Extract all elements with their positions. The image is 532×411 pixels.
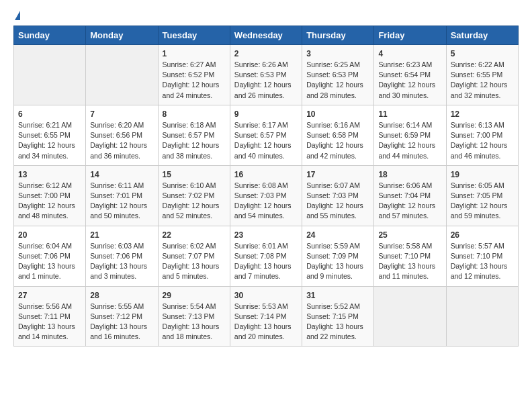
day-info: Sunrise: 5:54 AM Sunset: 7:13 PM Dayligh… — [163, 302, 226, 342]
day-number: 10 — [306, 109, 369, 119]
day-number: 19 — [451, 170, 514, 179]
day-info: Sunrise: 6:22 AM Sunset: 6:55 PM Dayligh… — [451, 60, 514, 101]
day-info: Sunrise: 5:57 AM Sunset: 7:10 PM Dayligh… — [451, 241, 514, 282]
calendar-table: SundayMondayTuesdayWednesdayThursdayFrid… — [13, 26, 519, 347]
calendar-cell: 19Sunrise: 6:05 AM Sunset: 7:05 PM Dayli… — [446, 165, 518, 226]
day-info: Sunrise: 5:56 AM Sunset: 7:11 PM Dayligh… — [18, 302, 81, 342]
day-number: 9 — [234, 109, 298, 119]
day-info: Sunrise: 6:01 AM Sunset: 7:08 PM Dayligh… — [234, 241, 298, 282]
day-info: Sunrise: 5:58 AM Sunset: 7:10 PM Dayligh… — [378, 241, 441, 282]
day-number: 24 — [306, 230, 369, 240]
day-info: Sunrise: 5:53 AM Sunset: 7:14 PM Dayligh… — [234, 302, 298, 342]
calendar-cell: 10Sunrise: 6:16 AM Sunset: 6:58 PM Dayli… — [302, 105, 374, 165]
calendar-cell: 7Sunrise: 6:20 AM Sunset: 6:56 PM Daylig… — [86, 105, 158, 165]
day-number: 5 — [451, 49, 514, 58]
calendar-week-1: 1Sunrise: 6:27 AM Sunset: 6:52 PM Daylig… — [14, 45, 519, 105]
day-number: 15 — [163, 170, 226, 179]
calendar-cell — [86, 45, 158, 105]
day-info: Sunrise: 6:14 AM Sunset: 6:59 PM Dayligh… — [378, 120, 441, 161]
calendar-cell: 13Sunrise: 6:12 AM Sunset: 7:00 PM Dayli… — [14, 165, 86, 226]
day-info: Sunrise: 6:04 AM Sunset: 7:06 PM Dayligh… — [18, 241, 81, 282]
calendar-header-row: SundayMondayTuesdayWednesdayThursdayFrid… — [14, 26, 519, 45]
calendar-cell: 31Sunrise: 5:52 AM Sunset: 7:15 PM Dayli… — [302, 286, 374, 347]
day-number: 25 — [378, 230, 441, 240]
day-number: 17 — [306, 170, 369, 179]
day-info: Sunrise: 6:16 AM Sunset: 6:58 PM Dayligh… — [306, 120, 369, 161]
calendar-cell: 22Sunrise: 6:02 AM Sunset: 7:07 PM Dayli… — [158, 226, 230, 286]
day-info: Sunrise: 6:13 AM Sunset: 7:00 PM Dayligh… — [451, 120, 514, 161]
day-info: Sunrise: 6:18 AM Sunset: 6:57 PM Dayligh… — [163, 120, 226, 161]
day-number: 7 — [90, 109, 153, 119]
calendar-cell: 28Sunrise: 5:55 AM Sunset: 7:12 PM Dayli… — [86, 286, 158, 347]
day-number: 26 — [451, 230, 514, 240]
calendar-cell: 16Sunrise: 6:08 AM Sunset: 7:03 PM Dayli… — [230, 165, 302, 226]
day-number: 21 — [90, 230, 153, 240]
day-number: 27 — [18, 291, 81, 300]
day-number: 18 — [378, 170, 441, 179]
day-info: Sunrise: 5:55 AM Sunset: 7:12 PM Dayligh… — [90, 302, 153, 342]
day-number: 28 — [90, 291, 153, 300]
day-number: 16 — [234, 170, 298, 179]
calendar-cell: 9Sunrise: 6:17 AM Sunset: 6:57 PM Daylig… — [230, 105, 302, 165]
calendar-cell: 2Sunrise: 6:26 AM Sunset: 6:53 PM Daylig… — [230, 45, 302, 105]
day-info: Sunrise: 6:06 AM Sunset: 7:04 PM Dayligh… — [378, 181, 441, 222]
calendar-cell: 23Sunrise: 6:01 AM Sunset: 7:08 PM Dayli… — [230, 226, 302, 286]
day-number: 31 — [306, 291, 369, 300]
day-number: 22 — [163, 230, 226, 240]
day-number: 11 — [378, 109, 441, 119]
calendar-cell: 17Sunrise: 6:07 AM Sunset: 7:03 PM Dayli… — [302, 165, 374, 226]
day-header-friday: Friday — [374, 26, 446, 45]
calendar-cell: 25Sunrise: 5:58 AM Sunset: 7:10 PM Dayli… — [374, 226, 446, 286]
day-info: Sunrise: 6:12 AM Sunset: 7:00 PM Dayligh… — [18, 181, 81, 222]
calendar-cell: 8Sunrise: 6:18 AM Sunset: 6:57 PM Daylig… — [158, 105, 230, 165]
logo-triangle-icon — [15, 11, 20, 20]
day-number: 8 — [163, 109, 226, 119]
calendar-cell: 15Sunrise: 6:10 AM Sunset: 7:02 PM Dayli… — [158, 165, 230, 226]
logo — [13, 11, 20, 20]
day-info: Sunrise: 6:27 AM Sunset: 6:52 PM Dayligh… — [163, 60, 226, 101]
day-info: Sunrise: 6:23 AM Sunset: 6:54 PM Dayligh… — [378, 60, 441, 101]
day-number: 13 — [18, 170, 81, 179]
calendar-cell: 24Sunrise: 5:59 AM Sunset: 7:09 PM Dayli… — [302, 226, 374, 286]
calendar-cell: 14Sunrise: 6:11 AM Sunset: 7:01 PM Dayli… — [86, 165, 158, 226]
calendar-cell: 12Sunrise: 6:13 AM Sunset: 7:00 PM Dayli… — [446, 105, 518, 165]
calendar-week-5: 27Sunrise: 5:56 AM Sunset: 7:11 PM Dayli… — [14, 286, 519, 347]
day-number: 4 — [378, 49, 441, 58]
day-number: 14 — [90, 170, 153, 179]
calendar-cell: 3Sunrise: 6:25 AM Sunset: 6:53 PM Daylig… — [302, 45, 374, 105]
calendar-cell: 6Sunrise: 6:21 AM Sunset: 6:55 PM Daylig… — [14, 105, 86, 165]
day-number: 29 — [163, 291, 226, 300]
day-header-monday: Monday — [86, 26, 158, 45]
day-info: Sunrise: 6:25 AM Sunset: 6:53 PM Dayligh… — [306, 60, 369, 101]
day-info: Sunrise: 6:07 AM Sunset: 7:03 PM Dayligh… — [306, 181, 369, 222]
calendar-cell: 4Sunrise: 6:23 AM Sunset: 6:54 PM Daylig… — [374, 45, 446, 105]
day-info: Sunrise: 6:03 AM Sunset: 7:06 PM Dayligh… — [90, 241, 153, 282]
page-header — [13, 11, 519, 20]
day-number: 30 — [234, 291, 298, 300]
day-header-sunday: Sunday — [14, 26, 86, 45]
calendar-cell: 30Sunrise: 5:53 AM Sunset: 7:14 PM Dayli… — [230, 286, 302, 347]
day-info: Sunrise: 5:52 AM Sunset: 7:15 PM Dayligh… — [306, 302, 369, 342]
day-number: 2 — [234, 49, 298, 58]
calendar-cell: 29Sunrise: 5:54 AM Sunset: 7:13 PM Dayli… — [158, 286, 230, 347]
day-info: Sunrise: 6:10 AM Sunset: 7:02 PM Dayligh… — [163, 181, 226, 222]
day-number: 20 — [18, 230, 81, 240]
calendar-cell — [446, 286, 518, 347]
day-header-wednesday: Wednesday — [230, 26, 302, 45]
calendar-cell: 11Sunrise: 6:14 AM Sunset: 6:59 PM Dayli… — [374, 105, 446, 165]
calendar-week-4: 20Sunrise: 6:04 AM Sunset: 7:06 PM Dayli… — [14, 226, 519, 286]
calendar-cell: 1Sunrise: 6:27 AM Sunset: 6:52 PM Daylig… — [158, 45, 230, 105]
day-header-saturday: Saturday — [446, 26, 518, 45]
day-header-thursday: Thursday — [302, 26, 374, 45]
day-number: 3 — [306, 49, 369, 58]
calendar-cell: 20Sunrise: 6:04 AM Sunset: 7:06 PM Dayli… — [14, 226, 86, 286]
day-number: 23 — [234, 230, 298, 240]
calendar-week-2: 6Sunrise: 6:21 AM Sunset: 6:55 PM Daylig… — [14, 105, 519, 165]
calendar-cell: 21Sunrise: 6:03 AM Sunset: 7:06 PM Dayli… — [86, 226, 158, 286]
day-header-tuesday: Tuesday — [158, 26, 230, 45]
day-info: Sunrise: 6:26 AM Sunset: 6:53 PM Dayligh… — [234, 60, 298, 101]
calendar-cell: 27Sunrise: 5:56 AM Sunset: 7:11 PM Dayli… — [14, 286, 86, 347]
day-info: Sunrise: 6:08 AM Sunset: 7:03 PM Dayligh… — [234, 181, 298, 222]
calendar-cell — [14, 45, 86, 105]
day-info: Sunrise: 6:11 AM Sunset: 7:01 PM Dayligh… — [90, 181, 153, 222]
